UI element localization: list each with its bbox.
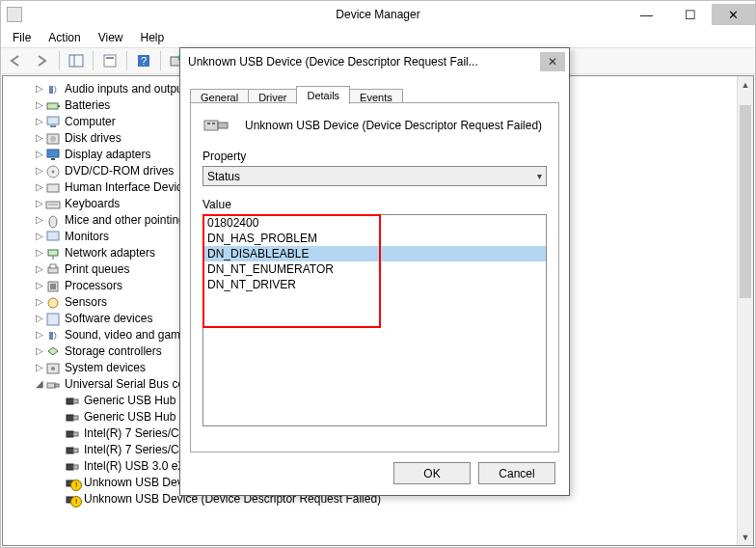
expand-icon[interactable]: ▷ bbox=[34, 231, 45, 241]
system-icon bbox=[45, 361, 61, 374]
cancel-button[interactable]: Cancel bbox=[478, 462, 555, 484]
value-label: Value bbox=[202, 198, 547, 211]
value-item[interactable]: 01802400 bbox=[203, 215, 546, 231]
keyboard-icon bbox=[45, 197, 61, 210]
vertical-scrollbar[interactable]: ▲ ▼ bbox=[737, 76, 753, 545]
tree-item-label: Keyboards bbox=[65, 197, 120, 210]
property-label: Property bbox=[202, 150, 547, 163]
expand-icon[interactable]: ▷ bbox=[34, 280, 45, 290]
tree-item-label: Software devices bbox=[65, 312, 152, 325]
tree-item-label: Batteries bbox=[65, 98, 110, 112]
expand-icon[interactable]: ▷ bbox=[34, 116, 45, 126]
menu-action[interactable]: Action bbox=[40, 29, 88, 46]
expand-icon[interactable]: ▷ bbox=[34, 296, 45, 307]
menu-view[interactable]: View bbox=[91, 29, 131, 46]
expand-icon[interactable]: ▷ bbox=[34, 247, 45, 258]
expand-icon[interactable]: ▷ bbox=[34, 132, 45, 143]
expand-icon[interactable]: ▷ bbox=[34, 329, 45, 340]
svg-rect-2 bbox=[104, 55, 116, 67]
display-icon bbox=[45, 148, 61, 161]
expand-icon[interactable]: ▷ bbox=[34, 165, 45, 176]
expand-icon[interactable]: ▷ bbox=[34, 214, 45, 225]
device-name: Unknown USB Device (Device Descriptor Re… bbox=[245, 119, 542, 132]
svg-rect-41 bbox=[73, 416, 78, 420]
expand-icon[interactable]: ▷ bbox=[34, 181, 45, 192]
usbplug-icon bbox=[65, 426, 80, 440]
usbplug-icon bbox=[65, 459, 80, 473]
usb-icon bbox=[45, 377, 61, 391]
properties-button[interactable] bbox=[98, 49, 122, 72]
svg-rect-53 bbox=[218, 123, 228, 128]
value-item[interactable]: DN_NT_ENUMERATOR bbox=[203, 261, 546, 277]
dialog-title: Unknown USB Device (Device Descriptor Re… bbox=[188, 55, 540, 68]
mouse-icon bbox=[45, 213, 61, 227]
chevron-down-icon: ▾ bbox=[537, 171, 542, 181]
ok-button[interactable]: OK bbox=[393, 462, 471, 484]
expand-icon[interactable]: ▷ bbox=[34, 313, 45, 323]
tree-item-label: Disk drives bbox=[65, 131, 122, 145]
expand-icon[interactable]: ▷ bbox=[34, 198, 45, 208]
dialog-body: GeneralDriverDetailsEvents Unknown USB D… bbox=[180, 74, 569, 495]
scrollbar-thumb[interactable] bbox=[740, 105, 751, 298]
value-item[interactable]: DN_DISABLEABLE bbox=[203, 246, 546, 261]
scroll-down-icon[interactable]: ▼ bbox=[738, 529, 753, 545]
expand-icon[interactable]: ▷ bbox=[34, 83, 45, 94]
svg-rect-36 bbox=[47, 383, 55, 388]
tree-item-label: Human Interface Devices bbox=[65, 180, 195, 194]
hid-icon bbox=[45, 180, 61, 194]
svg-rect-40 bbox=[67, 415, 73, 421]
device-manager-window: Device Manager — ☐ ✕ File Action View He… bbox=[0, 0, 756, 548]
svg-rect-11 bbox=[58, 105, 60, 107]
tree-item-label: Monitors bbox=[65, 230, 109, 243]
properties-dialog: Unknown USB Device (Device Descriptor Re… bbox=[179, 47, 570, 496]
tree-item-label: Print queues bbox=[65, 262, 129, 276]
svg-rect-37 bbox=[55, 384, 59, 387]
menu-file[interactable]: File bbox=[5, 29, 39, 46]
expand-icon[interactable]: ▷ bbox=[34, 149, 45, 159]
tree-item-label: Generic USB Hub bbox=[84, 394, 176, 407]
audio-icon bbox=[45, 328, 61, 342]
usbplug-icon bbox=[65, 476, 80, 489]
svg-rect-10 bbox=[47, 103, 58, 109]
usb-connector-icon bbox=[202, 115, 233, 136]
expand-icon[interactable]: ▷ bbox=[34, 345, 45, 356]
tree-item-label: Network adapters bbox=[65, 246, 155, 260]
expand-icon[interactable]: ▷ bbox=[34, 362, 45, 372]
sensor-icon bbox=[45, 295, 61, 309]
tab-details[interactable]: Details bbox=[296, 86, 350, 104]
property-select[interactable]: Status ▾ bbox=[202, 166, 547, 186]
audio-icon bbox=[45, 82, 61, 96]
device-header: Unknown USB Device (Device Descriptor Re… bbox=[202, 115, 547, 136]
forward-button[interactable] bbox=[31, 49, 54, 72]
value-item[interactable]: DN_HAS_PROBLEM bbox=[203, 231, 546, 246]
back-button[interactable] bbox=[5, 49, 28, 72]
dialog-titlebar: Unknown USB Device (Device Descriptor Re… bbox=[180, 48, 569, 74]
show-hide-tree-button[interactable] bbox=[65, 49, 88, 72]
svg-rect-25 bbox=[48, 250, 58, 256]
expand-icon[interactable]: ▷ bbox=[34, 99, 45, 110]
svg-text:?: ? bbox=[141, 55, 147, 67]
value-item[interactable]: DN_NT_DRIVER bbox=[203, 277, 546, 292]
svg-rect-54 bbox=[207, 123, 210, 124]
help-button[interactable]: ? bbox=[132, 49, 155, 72]
battery-icon bbox=[45, 98, 61, 112]
expand-icon[interactable]: ▷ bbox=[34, 263, 45, 274]
svg-rect-17 bbox=[51, 158, 55, 160]
tree-item-label: Storage controllers bbox=[65, 344, 162, 358]
dialog-close-button[interactable]: ✕ bbox=[540, 52, 565, 71]
tree-item-label: Generic USB Hub bbox=[84, 410, 176, 424]
value-listbox[interactable]: 01802400DN_HAS_PROBLEMDN_DISABLEABLEDN_N… bbox=[202, 214, 547, 426]
svg-rect-51 bbox=[73, 498, 78, 502]
svg-point-15 bbox=[50, 136, 56, 142]
menu-help[interactable]: Help bbox=[133, 29, 173, 46]
scroll-up-icon[interactable]: ▲ bbox=[738, 76, 753, 93]
svg-rect-12 bbox=[47, 117, 59, 124]
svg-rect-9 bbox=[49, 86, 53, 94]
printer-icon bbox=[45, 262, 61, 276]
tree-item-label: Audio inputs and outputs bbox=[65, 82, 192, 96]
tree-item-label: Computer bbox=[65, 115, 116, 128]
svg-rect-52 bbox=[204, 121, 218, 130]
titlebar: Device Manager — ☐ ✕ bbox=[1, 1, 755, 28]
monitor-icon bbox=[45, 230, 61, 243]
collapse-icon[interactable]: ◢ bbox=[34, 378, 45, 389]
